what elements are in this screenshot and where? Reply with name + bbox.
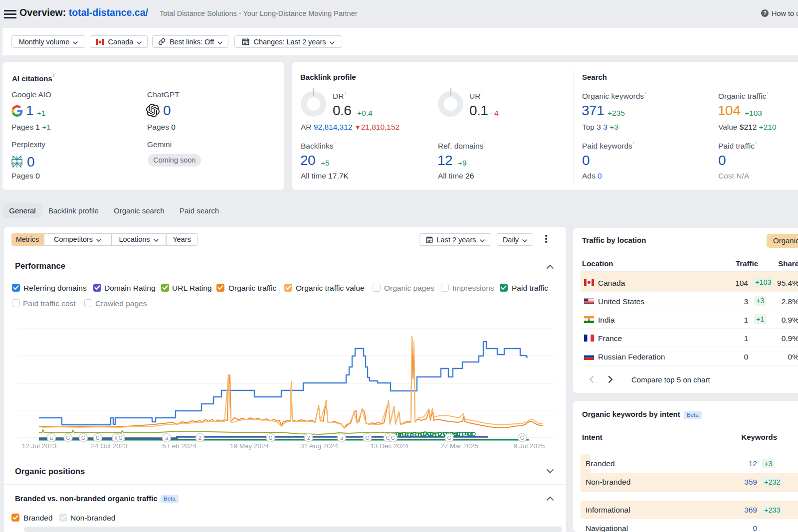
svg-text:a: a <box>340 435 343 441</box>
svg-text:G: G <box>447 435 451 441</box>
svg-text:13 Dec 2024: 13 Dec 2024 <box>370 442 408 450</box>
svg-text:G: G <box>269 435 273 441</box>
svg-text:G: G <box>96 435 100 441</box>
svg-text:27 Mar 2025: 27 Mar 2025 <box>440 442 478 450</box>
svg-text:2: 2 <box>199 435 201 441</box>
svg-text:12 Jul 2023: 12 Jul 2023 <box>22 442 57 450</box>
svg-text:24 Oct 2023: 24 Oct 2023 <box>91 442 128 450</box>
svg-text:G: G <box>66 435 70 441</box>
svg-text:G: G <box>119 435 123 441</box>
svg-text:G: G <box>391 435 395 441</box>
svg-text:9 Jul 2025: 9 Jul 2025 <box>514 442 545 450</box>
svg-text:G: G <box>81 435 85 441</box>
svg-text:G: G <box>520 435 524 441</box>
svg-text:a: a <box>50 435 53 441</box>
svg-text:31 Aug 2024: 31 Aug 2024 <box>300 442 338 450</box>
svg-text:a: a <box>165 435 168 441</box>
svg-text:19 May 2024: 19 May 2024 <box>230 442 269 450</box>
svg-text:2: 2 <box>307 435 310 441</box>
svg-text:5 Feb 2024: 5 Feb 2024 <box>162 442 197 450</box>
svg-text:G: G <box>365 435 369 441</box>
